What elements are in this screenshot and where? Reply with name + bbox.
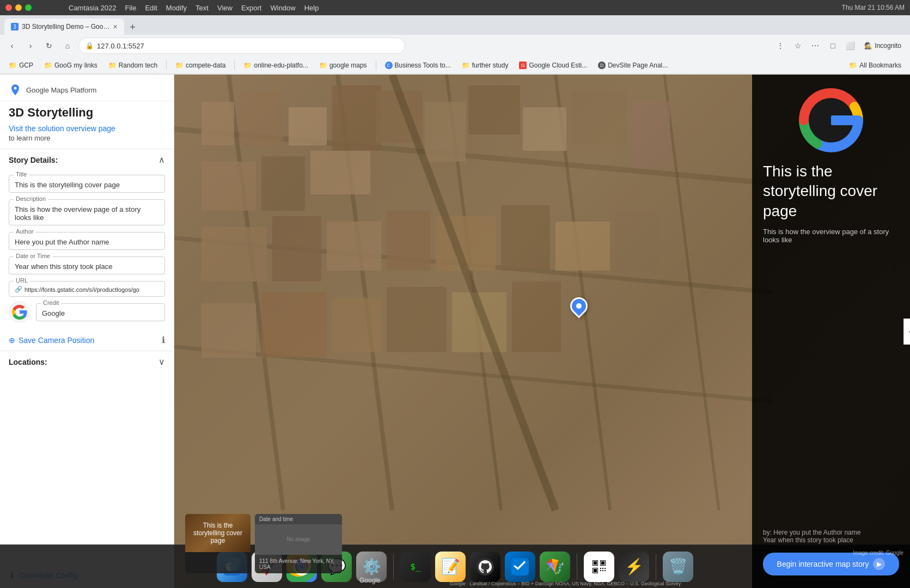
forward-button[interactable]: › [23,38,38,53]
svg-rect-14 [332,85,381,151]
begin-interactive-map-button[interactable]: Begin interactive map story ▶ [763,553,899,575]
bookmark-goog-links[interactable]: 📁 GooG my links [40,59,102,71]
thumbnail-date-header: Date and time [255,514,342,524]
google-watermark: Google [359,577,381,584]
menu-help[interactable]: Help [304,4,319,12]
story-details-header[interactable]: Story Details: ∧ [0,149,174,170]
map-pin-inner [576,303,582,309]
dock-trash-icon[interactable]: 🗑️ [663,552,693,582]
bookmark-label: online-edu-platfo... [254,62,308,69]
author-field-value[interactable]: Here you put the Author name [15,238,159,246]
svg-rect-61 [604,568,606,569]
svg-rect-16 [261,156,305,211]
bookmark-compete-data[interactable]: 📁 compete-data [171,59,230,71]
menu-view[interactable]: View [217,4,233,12]
svg-rect-22 [572,91,626,145]
google-maps-logo-icon [9,83,22,96]
dock-kite-icon[interactable]: 🪁 [540,552,570,582]
new-tab-button[interactable]: + [125,20,141,35]
address-bar[interactable]: 🔒 127.0.0.1:5527 [78,38,405,54]
bookmark-label: DevSite Page Anal... [608,62,668,69]
svg-rect-24 [201,227,267,281]
all-bookmarks[interactable]: 📁 All Bookmarks [845,59,906,71]
bookmark-further-study[interactable]: 📁 further study [457,59,513,71]
save-camera-button[interactable]: ⊕ Save Camera Position [9,336,94,345]
extensions-icon[interactable]: ⋮ [773,38,788,53]
back-button[interactable]: ‹ [4,38,20,53]
dock-vscode-icon[interactable] [505,552,535,582]
date-field-label: Date or Time [14,253,52,259]
menu-window[interactable]: Window [270,4,295,12]
google-g-icon [9,301,30,323]
minimize-btn[interactable] [15,4,22,11]
dock-notes-icon[interactable]: 📝 [435,552,466,582]
title-field-group: Title This is the storytelling cover pag… [9,175,165,193]
dock-terminal-icon[interactable]: $_ [400,552,431,582]
map-area[interactable]: This is the storytelling cover page This… [174,75,910,588]
locations-chevron-icon: ∨ [158,357,165,367]
tab-close-icon[interactable]: × [113,22,117,31]
description-field-value[interactable]: This is how the overview page of a story… [15,205,159,222]
svg-rect-52 [594,561,597,565]
menu-edit[interactable]: Edit [145,4,157,12]
menu-file[interactable]: File [125,4,136,12]
sidebar: Google Maps Platform 3D Storytelling Vis… [0,75,174,588]
traffic-lights [5,4,32,11]
bookmark-folder-icon: 📁 [462,62,470,69]
save-camera-row: ⊕ Save Camera Position ℹ [0,329,174,351]
date-field-value[interactable]: Year when this story took place [15,262,159,271]
bookmark-label: GooG my links [54,62,97,69]
cast-icon[interactable]: □ [825,38,840,53]
svg-rect-15 [201,162,256,211]
thumbnail-address: 111 8th Avenue, New York, NY, USA [255,554,342,573]
svg-rect-20 [468,85,520,134]
refresh-button[interactable]: ↻ [41,38,57,53]
dock-qr-icon[interactable] [584,552,614,582]
thumbnail-date[interactable]: Date and time No image 111 8th Avenue, N… [255,514,342,573]
menu-dots-icon[interactable]: ⋯ [808,38,823,53]
bookmark-google-maps[interactable]: 📁 google maps [315,59,371,71]
bookmark-cloud-esti[interactable]: G Google Cloud Esti... [515,59,591,71]
cover-overlay-panel: This is the storytelling cover page This… [752,75,910,588]
title-field-value[interactable]: This is the storytelling cover page [15,181,159,189]
bookmark-devsite[interactable]: D DevSite Page Anal... [594,59,672,71]
sidebar-toggle-button[interactable]: ‹ [903,318,910,345]
info-icon[interactable]: ℹ [162,335,165,345]
bookmark-online-edu[interactable]: 📁 online-edu-platfo... [239,59,312,71]
bookmarks-folder-icon: 📁 [849,62,857,69]
close-btn[interactable] [5,4,12,11]
svg-rect-55 [601,561,604,565]
home-button[interactable]: ⌂ [60,38,75,53]
description-field-group: Description This is how the overview pag… [9,199,165,225]
bookmark-folder-icon: 📁 [175,62,184,69]
bookmark-gcp[interactable]: 📁 GCP [4,59,38,71]
cover-credit-date: Year when this story took place [763,536,899,544]
main-content: Google Maps Platform 3D Storytelling Vis… [0,75,910,588]
map-pin-circle [566,293,591,318]
dock-github-icon[interactable] [470,552,500,582]
screenshot-icon[interactable]: ⬜ [842,38,858,53]
locations-header[interactable]: Locations: ∨ [0,351,174,372]
menu-modify[interactable]: Modify [166,4,187,12]
dock-separator-3 [656,554,656,580]
bookmark-star-icon[interactable]: ☆ [790,38,805,53]
sidebar-learn-more: to learn more [0,133,174,149]
author-field-label: Author [14,228,35,235]
active-tab[interactable]: 3 3D Storytelling Demo – Goo… × [4,19,124,35]
maximize-btn[interactable] [25,4,32,11]
dock-electron-icon[interactable]: ⚡ [619,552,649,582]
svg-rect-25 [272,216,321,281]
menu-text[interactable]: Text [196,4,209,12]
menu-camtasia[interactable]: Camtasia 2022 [69,4,116,12]
map-thumbnails: This is the storytelling cover page Date… [185,514,342,573]
bookmark-random-tech[interactable]: 📁 Random tech [104,59,162,71]
tab-favicon: 3 [11,23,19,30]
credit-field-value[interactable]: Google [42,309,159,317]
bookmark-business-tools[interactable]: C Business Tools to... [381,59,455,71]
menu-export[interactable]: Export [241,4,262,12]
thumbnail-cover[interactable]: This is the storytelling cover page [185,514,251,573]
bookmark-label: compete-data [186,62,225,69]
solution-overview-link[interactable]: Visit the solution overview page [0,124,174,133]
datetime-display: Thu Mar 21 10:56 AM [842,4,905,11]
url-field-value[interactable]: 🔗 https://fonts.gstatic.com/s/i/productl… [15,286,159,293]
